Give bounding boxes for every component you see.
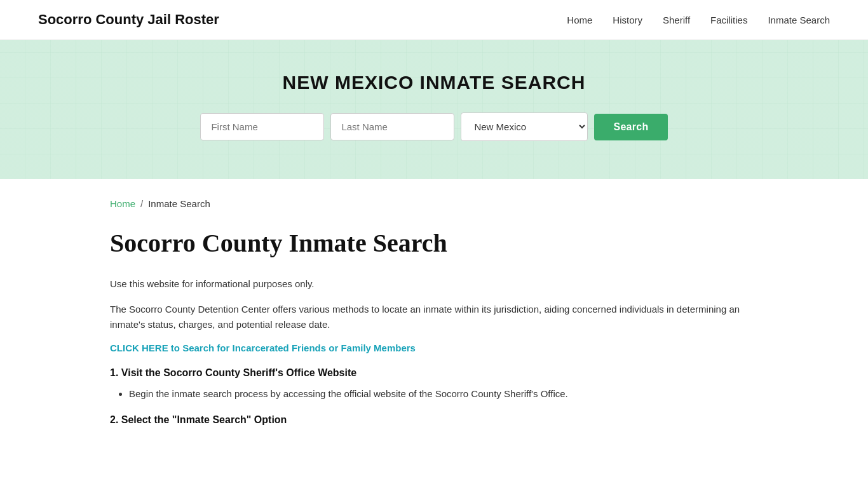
section-1-title: Visit the Socorro County Sheriff's Offic… bbox=[121, 367, 356, 378]
site-title[interactable]: Socorro County Jail Roster bbox=[38, 11, 219, 28]
section-2-heading: 2. Select the "Inmate Search" Option bbox=[110, 414, 758, 426]
page-heading: Socorro County Inmate Search bbox=[110, 228, 758, 259]
hero-banner: NEW MEXICO INMATE SEARCH New Mexico Alab… bbox=[0, 40, 868, 179]
breadcrumb-home[interactable]: Home bbox=[110, 198, 135, 209]
breadcrumb-current: Inmate Search bbox=[148, 198, 210, 209]
intro-text-1: Use this website for informational purpo… bbox=[110, 276, 758, 292]
main-content: Home / Inmate Search Socorro County Inma… bbox=[72, 179, 796, 475]
section-1: 1. Visit the Socorro County Sheriff's Of… bbox=[110, 367, 758, 402]
nav-facilities[interactable]: Facilities bbox=[710, 15, 747, 25]
section-2: 2. Select the "Inmate Search" Option bbox=[110, 414, 758, 426]
nav-home[interactable]: Home bbox=[567, 15, 592, 25]
search-form: New Mexico Alabama Alaska Arizona Arkans… bbox=[13, 112, 855, 141]
site-header: Socorro County Jail Roster Home History … bbox=[0, 0, 868, 40]
section-1-bullet-1: Begin the inmate search process by acces… bbox=[129, 386, 758, 402]
first-name-input[interactable] bbox=[200, 113, 324, 140]
section-1-bullets: Begin the inmate search process by acces… bbox=[129, 386, 758, 402]
search-button[interactable]: Search bbox=[594, 114, 667, 140]
section-1-number: 1. bbox=[110, 367, 118, 378]
section-2-number: 2. bbox=[110, 414, 118, 425]
nav-inmate-search[interactable]: Inmate Search bbox=[768, 15, 830, 25]
hero-title: NEW MEXICO INMATE SEARCH bbox=[13, 72, 855, 93]
last-name-input[interactable] bbox=[330, 113, 454, 140]
state-select[interactable]: New Mexico Alabama Alaska Arizona Arkans… bbox=[461, 112, 588, 141]
section-1-heading: 1. Visit the Socorro County Sheriff's Of… bbox=[110, 367, 758, 379]
breadcrumb-separator: / bbox=[140, 198, 143, 209]
nav-sheriff[interactable]: Sheriff bbox=[663, 15, 690, 25]
section-2-title: Select the "Inmate Search" Option bbox=[121, 414, 287, 425]
main-nav: Home History Sheriff Facilities Inmate S… bbox=[567, 15, 830, 25]
nav-history[interactable]: History bbox=[613, 15, 642, 25]
intro-text-2: The Socorro County Detention Center offe… bbox=[110, 302, 758, 332]
breadcrumb: Home / Inmate Search bbox=[110, 198, 758, 209]
click-here-link[interactable]: CLICK HERE to Search for Incarcerated Fr… bbox=[110, 342, 416, 353]
